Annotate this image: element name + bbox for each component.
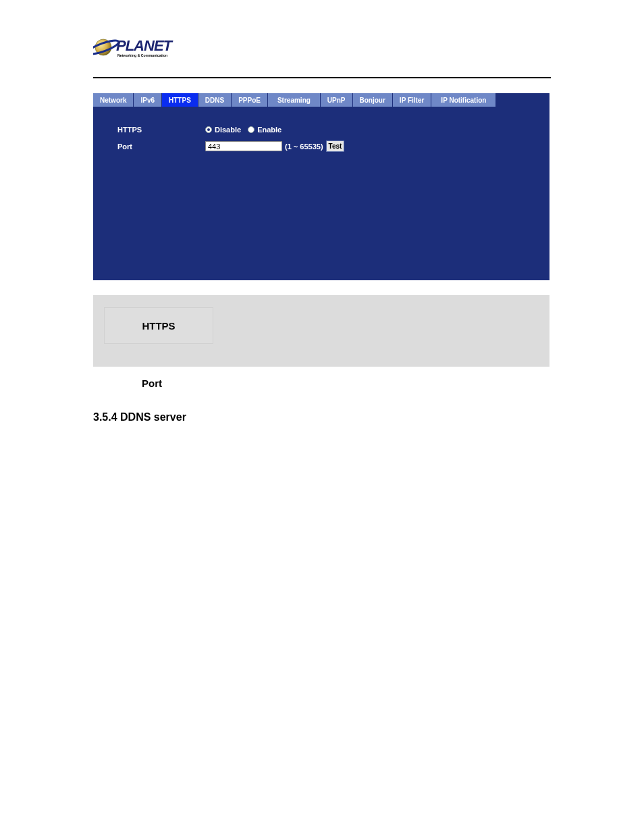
tab-ipv6[interactable]: IPv6 (134, 93, 162, 107)
desc-https-box: HTTPS (104, 307, 213, 344)
desc-port-row: Port (93, 377, 549, 390)
description-block: HTTPS (93, 295, 549, 367)
tab-ddns[interactable]: DDNS (198, 93, 232, 107)
tab-https[interactable]: HTTPS (162, 93, 198, 107)
brand-tagline: Networking & Communication (117, 53, 167, 57)
row-https: HTTPS Disable Enable (117, 126, 549, 134)
settings-screenshot: Network IPv6 HTTPS DDNS PPPoE Streaming … (93, 93, 549, 280)
tab-ip-filter[interactable]: IP Filter (393, 93, 432, 107)
planet-logo-icon: PLANET Networking & Communication (93, 34, 194, 62)
brand-text: PLANET (116, 37, 173, 54)
row-port: Port (1 ~ 65535) Test (117, 140, 549, 152)
section-heading-ddns: 3.5.4 DDNS server (93, 411, 551, 423)
test-button[interactable]: Test (326, 140, 345, 152)
radio-enable-label: Enable (257, 126, 281, 134)
brand-logo: PLANET Networking & Communication (93, 34, 551, 62)
divider (93, 77, 551, 78)
label-https: HTTPS (117, 126, 205, 134)
label-port: Port (117, 142, 205, 151)
tab-ip-notification[interactable]: IP Notification (431, 93, 496, 107)
desc-https-label: HTTPS (142, 320, 175, 332)
port-input[interactable] (205, 141, 282, 151)
radio-disable-label: Disable (215, 126, 241, 134)
tab-bonjour[interactable]: Bonjour (353, 93, 393, 107)
settings-body: HTTPS Disable Enable Port (1 ~ 65535) Te… (93, 107, 549, 280)
tab-streaming[interactable]: Streaming (268, 93, 321, 107)
tab-bar: Network IPv6 HTTPS DDNS PPPoE Streaming … (93, 93, 549, 107)
radio-enable[interactable] (248, 126, 254, 133)
radio-disable[interactable] (205, 126, 212, 133)
desc-port-label: Port (142, 377, 162, 389)
port-range: (1 ~ 65535) (285, 142, 323, 151)
tab-network[interactable]: Network (93, 93, 134, 107)
tab-upnp[interactable]: UPnP (321, 93, 353, 107)
tab-pppoe[interactable]: PPPoE (232, 93, 268, 107)
